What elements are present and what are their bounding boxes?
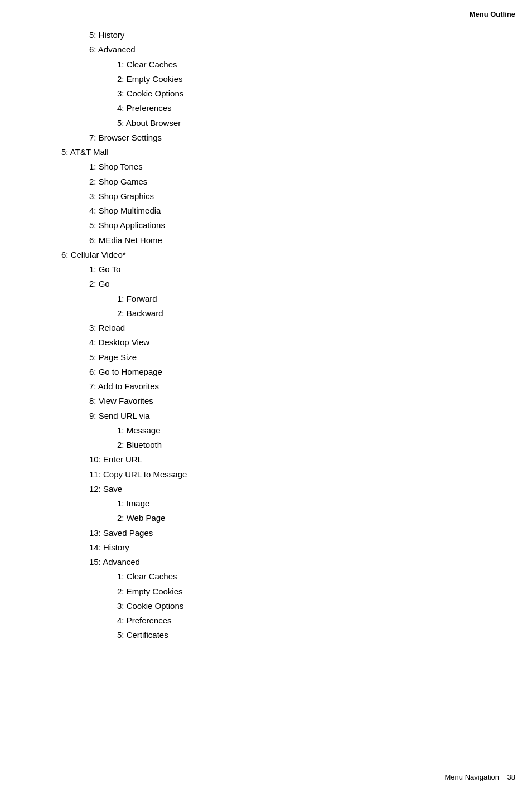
list-item: 11: Copy URL to Message — [89, 467, 499, 482]
list-item: 5: About Browser — [117, 116, 499, 130]
list-item: 4: Preferences — [117, 101, 499, 115]
list-item: 13: Saved Pages — [89, 526, 499, 540]
list-item: 1: Image — [117, 496, 499, 511]
list-item: 3: Reload — [89, 321, 499, 335]
menu-list: 5: History6: Advanced1: Clear Caches2: E… — [61, 28, 499, 643]
list-item: 4: Desktop View — [89, 335, 499, 350]
list-item: 3: Cookie Options — [117, 86, 499, 101]
list-item: 10: Enter URL — [89, 452, 499, 467]
footer-page: 38 — [507, 773, 515, 781]
list-item: 1: Shop Tones — [89, 159, 499, 174]
list-item: 6: MEdia Net Home — [89, 233, 499, 248]
list-item: 6: Cellular Video* — [61, 248, 499, 262]
list-item: 2: Web Page — [117, 511, 499, 525]
footer: Menu Navigation 38 — [445, 773, 515, 781]
list-item: 1: Clear Caches — [117, 57, 499, 72]
list-item: 5: AT&T Mall — [61, 145, 499, 159]
list-item: 2: Shop Games — [89, 175, 499, 189]
list-item: 1: Go To — [89, 262, 499, 277]
list-item: 7: Add to Favorites — [89, 379, 499, 394]
list-item: 6: Go to Homepage — [89, 365, 499, 379]
list-item: 8: View Favorites — [89, 394, 499, 408]
list-item: 12: Save — [89, 482, 499, 496]
list-item: 2: Go — [89, 277, 499, 291]
list-item: 2: Empty Cookies — [117, 584, 499, 599]
list-item: 15: Advanced — [89, 555, 499, 569]
list-item: 1: Forward — [117, 292, 499, 306]
list-item: 7: Browser Settings — [89, 130, 499, 145]
list-item: 5: Page Size — [89, 350, 499, 365]
list-item: 2: Bluetooth — [117, 438, 499, 452]
list-item: 2: Empty Cookies — [117, 72, 499, 86]
list-item: 5: Certificates — [117, 628, 499, 642]
header-right: Menu Outline — [470, 10, 515, 18]
list-item: 14: History — [89, 540, 499, 555]
list-item: 5: History — [89, 28, 499, 42]
list-item: 4: Shop Multimedia — [89, 204, 499, 218]
list-item: 2: Backward — [117, 306, 499, 321]
list-item: 5: Shop Applications — [89, 218, 499, 233]
list-item: 3: Cookie Options — [117, 599, 499, 613]
content: 5: History6: Advanced1: Clear Caches2: E… — [0, 0, 532, 676]
list-item: 1: Message — [117, 423, 499, 438]
list-item: 3: Shop Graphics — [89, 189, 499, 204]
list-item: 1: Clear Caches — [117, 569, 499, 584]
footer-label: Menu Navigation — [445, 773, 500, 781]
list-item: 9: Send URL via — [89, 409, 499, 423]
list-item: 6: Advanced — [89, 42, 499, 57]
list-item: 4: Preferences — [117, 613, 499, 628]
